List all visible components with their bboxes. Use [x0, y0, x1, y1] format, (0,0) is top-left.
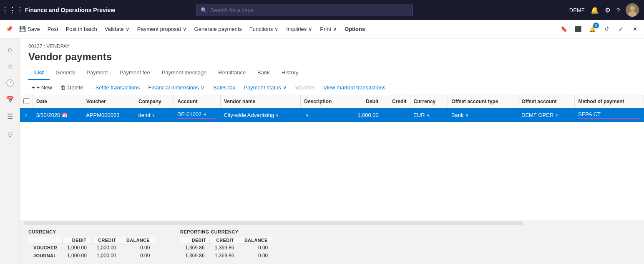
close-icon[interactable]: ✕	[629, 23, 641, 35]
description-dropdown-icon[interactable]: ∨	[306, 113, 309, 117]
voucher-button[interactable]: Voucher	[292, 83, 319, 92]
filter-icon[interactable]: ▽	[3, 127, 18, 142]
summary-row-voucher: VOUCHER 1,000.00 1,000.00 0.00	[28, 244, 155, 252]
currency-table: DEBIT CREDIT BALANCE VOUCHER 1,000.00 1,…	[28, 237, 155, 260]
company-dropdown-icon[interactable]: ∨	[152, 113, 155, 117]
payment-proposal-chevron-icon: ∨	[183, 26, 187, 32]
reporting-currency-section: REPORTING CURRENCY DEBIT CREDIT BALANCE …	[180, 229, 273, 260]
view-marked-transactions-button[interactable]: View marked transactions	[320, 83, 389, 92]
payment-status-button[interactable]: Payment status ∨	[240, 83, 290, 92]
post-button[interactable]: Post	[44, 24, 62, 34]
generate-payments-button[interactable]: Generate payments	[191, 24, 245, 34]
row-check-cell: ✓	[20, 108, 33, 122]
tab-history[interactable]: History	[276, 66, 304, 80]
sidebar-clock-icon[interactable]: 🕐	[3, 75, 18, 90]
delete-button[interactable]: 🗑 Delete	[57, 83, 87, 92]
pin-icon[interactable]: 📌	[3, 23, 15, 35]
tab-bank[interactable]: Bank	[252, 66, 276, 80]
sidebar-calendar-icon[interactable]: 📅	[3, 92, 18, 107]
table-header-row: Date Voucher Company Account Vendor name…	[20, 95, 644, 108]
bookmark-icon[interactable]: 🔖	[558, 23, 570, 35]
tab-general[interactable]: General	[50, 66, 80, 80]
vendor-name-dropdown-icon[interactable]: ∨	[276, 113, 279, 117]
currency-label-col	[28, 237, 62, 244]
nav-hamburger-icon[interactable]: ⋮⋮⋮	[5, 3, 20, 18]
currency-balance-col: BALANCE	[121, 237, 155, 244]
table-container[interactable]: Date Voucher Company Account Vendor name…	[20, 95, 644, 221]
search-icon: 🔍	[201, 7, 207, 13]
save-button[interactable]: 💾 Save	[16, 24, 43, 34]
notifications-badge-button[interactable]: 🔔 0	[586, 23, 598, 35]
notification-icon[interactable]: 🔔	[591, 6, 599, 14]
row-offset-account-cell: DEMF OPER ∨	[518, 108, 575, 122]
sidebar-toggle-icon[interactable]: ⬛	[572, 23, 584, 35]
refresh-icon[interactable]: ↺	[601, 23, 612, 35]
new-button[interactable]: + + New	[28, 83, 55, 92]
validate-chevron-icon: ∨	[126, 26, 130, 32]
user-avatar[interactable]	[626, 3, 639, 17]
functions-chevron-icon: ∨	[274, 26, 279, 32]
row-check-icon: ✓	[24, 112, 28, 118]
post-in-batch-button[interactable]: Post in batch	[63, 24, 101, 34]
account-dropdown-icon[interactable]: ∨	[204, 112, 206, 117]
expand-icon[interactable]: ⤢	[615, 23, 626, 35]
row-date-cell: 3/30/2020 📅	[33, 108, 83, 122]
rep-voucher-credit: 1,369.86	[210, 244, 239, 252]
tab-payment-message[interactable]: Payment message	[156, 66, 213, 80]
save-icon: 💾	[19, 26, 26, 32]
settle-transactions-button[interactable]: Settle transactions	[92, 83, 143, 92]
row-credit-cell	[382, 108, 410, 122]
help-icon[interactable]: ?	[616, 7, 620, 14]
search-bar: 🔍	[196, 4, 413, 16]
tab-payment-fee[interactable]: Payment fee	[114, 66, 156, 80]
currency-credit-col: CREDIT	[92, 237, 121, 244]
delete-icon: 🗑	[60, 84, 66, 91]
offset-account-dropdown-icon[interactable]: ∨	[555, 113, 558, 117]
journal-credit: 1,000.00	[92, 252, 121, 260]
financial-dimensions-button[interactable]: Financial dimensions ∨	[145, 83, 208, 92]
horizontal-scrollbar[interactable]	[20, 221, 644, 225]
tab-list[interactable]: List	[28, 66, 50, 80]
inquiries-button[interactable]: Inquiries ∨	[283, 24, 316, 34]
select-all-checkbox[interactable]	[23, 98, 29, 104]
col-voucher: Voucher	[83, 95, 135, 108]
rep-summary-row-journal: 1,369.86 1,369.86 0.00	[180, 252, 273, 260]
functions-button[interactable]: Functions ∨	[246, 24, 282, 34]
row-vendor-name-cell: City-wide Advertising ∨	[220, 108, 300, 122]
scrollbar-track[interactable]	[24, 221, 523, 225]
sidebar-star-icon[interactable]: ☆	[3, 58, 18, 74]
tab-payment[interactable]: Payment	[80, 66, 113, 80]
inquiries-chevron-icon: ∨	[308, 26, 312, 32]
currency-section-title: CURRENCY	[28, 229, 155, 234]
search-input[interactable]	[211, 7, 408, 13]
row-company-cell: demf ∨	[135, 108, 174, 122]
print-button[interactable]: Print ∨	[317, 24, 340, 34]
rep-voucher-balance: 0.00	[239, 244, 273, 252]
col-debit: Debit	[346, 95, 382, 108]
sidebar-list-icon[interactable]: ☰	[3, 109, 18, 124]
sidebar-home-icon[interactable]: ⌂	[3, 42, 18, 57]
reporting-currency-table: DEBIT CREDIT BALANCE 1,369.86 1,369.86 0…	[180, 237, 273, 260]
summary-row-journal: JOURNAL 1,000.00 1,000.00 0.00	[28, 252, 155, 260]
rep-balance-col: BALANCE	[239, 237, 273, 244]
settings-icon[interactable]: ⚙	[605, 6, 611, 14]
currency-dropdown-icon[interactable]: ∨	[427, 113, 430, 117]
date-picker-icon[interactable]: 📅	[62, 112, 68, 118]
col-date: Date	[33, 95, 83, 108]
sales-tax-button[interactable]: Sales tax	[210, 83, 239, 92]
col-vendor-name: Vendor name	[220, 95, 300, 108]
payment-proposal-button[interactable]: Payment proposal ∨	[134, 24, 190, 34]
journal-label: JOURNAL	[28, 252, 62, 260]
options-button[interactable]: Options	[341, 24, 368, 34]
validate-button[interactable]: Validate ∨	[101, 24, 133, 34]
row-account-cell: DE-01002 ∨	[174, 108, 220, 122]
rep-journal-balance: 0.00	[239, 252, 273, 260]
rep-journal-credit: 1,369.86	[210, 252, 239, 260]
tab-remittance[interactable]: Remittance	[212, 66, 252, 80]
financial-dimensions-chevron-icon: ∨	[201, 84, 205, 91]
offset-account-type-dropdown-icon[interactable]: ∨	[465, 113, 468, 117]
rep-summary-row-voucher: 1,369.86 1,369.86 0.00	[180, 244, 273, 252]
notification-count-badge: 0	[593, 23, 599, 28]
table-row[interactable]: ✓ 3/30/2020 📅 APPM000063 demf	[20, 108, 644, 122]
col-account: Account	[174, 95, 220, 108]
